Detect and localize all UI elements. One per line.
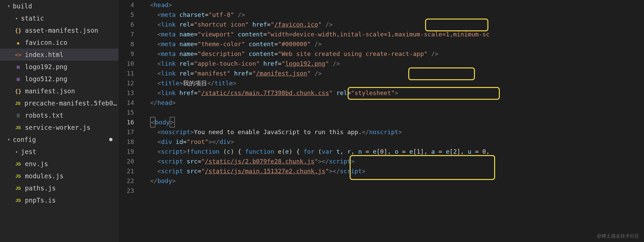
line-number: 22 bbox=[119, 176, 134, 186]
code-line[interactable] bbox=[143, 108, 644, 117]
js-icon: JS bbox=[14, 161, 22, 167]
code-line[interactable]: <meta name="theme-color" content="#00000… bbox=[143, 39, 644, 49]
file-robots.txt[interactable]: ≣robots.txt bbox=[0, 109, 119, 121]
file-env.js[interactable]: JSenv.js bbox=[0, 158, 119, 170]
code-editor[interactable]: 4567891011121314151617181920212223 <head… bbox=[119, 0, 644, 242]
line-number: 13 bbox=[119, 88, 134, 98]
folder-static[interactable]: ▸static bbox=[0, 12, 119, 24]
folder-config[interactable]: ▾config bbox=[0, 133, 119, 146]
tree-item-label: build bbox=[13, 2, 32, 10]
img-icon: ▧ bbox=[14, 64, 22, 69]
code-line[interactable]: <div id="root"></div> bbox=[143, 137, 644, 147]
folder-build[interactable]: ▾build bbox=[0, 0, 119, 12]
line-number: 11 bbox=[119, 68, 134, 78]
tree-item-label: favicon.ico bbox=[25, 39, 67, 46]
line-number: 17 bbox=[119, 127, 134, 137]
tree-item-label: logo512.png bbox=[25, 75, 67, 83]
star-icon: ★ bbox=[14, 39, 22, 46]
js-icon: JS bbox=[14, 186, 22, 191]
line-number: 15 bbox=[119, 108, 134, 117]
file-modules.js[interactable]: JSmodules.js bbox=[0, 170, 119, 182]
lines-icon: ≣ bbox=[14, 112, 22, 119]
code-line[interactable]: <noscript>You need to enable JavaScript … bbox=[143, 127, 644, 137]
js-icon: JS bbox=[14, 125, 22, 130]
line-number: 12 bbox=[119, 78, 134, 88]
tag-icon: <> bbox=[14, 52, 22, 58]
tree-item-label: pnpTs.is bbox=[25, 196, 56, 204]
code-line[interactable]: <link rel="shortcut icon" href="/favicon… bbox=[143, 20, 644, 29]
chevron-right-icon: ▸ bbox=[14, 16, 20, 21]
tree-item-label: env.js bbox=[25, 160, 48, 168]
img-icon: ▧ bbox=[14, 76, 22, 82]
file-service-worker.js[interactable]: JSservice-worker.js bbox=[0, 121, 119, 133]
line-number: 9 bbox=[119, 49, 134, 59]
js-icon: JS bbox=[14, 198, 22, 203]
tree-item-label: precache-manifest.5feb0... bbox=[25, 99, 119, 107]
tree-item-label: modules.js bbox=[25, 172, 63, 180]
tree-item-label: static bbox=[21, 14, 44, 22]
chevron-down-icon: ▾ bbox=[6, 4, 11, 8]
file-paths.js[interactable]: JSpaths.js bbox=[0, 182, 119, 194]
file-logo512.png[interactable]: ▧logo512.png bbox=[0, 73, 119, 85]
code-line[interactable]: <meta name="description" content="Web si… bbox=[143, 49, 644, 59]
modified-indicator-icon bbox=[109, 138, 112, 141]
tree-item-label: robots.txt bbox=[25, 112, 63, 119]
braces-icon: {} bbox=[14, 27, 22, 34]
file-asset-manifest.json[interactable]: {}asset-manifest.json bbox=[0, 24, 119, 36]
line-number: 14 bbox=[119, 98, 134, 108]
line-number: 19 bbox=[119, 147, 134, 156]
line-gutter: 4567891011121314151617181920212223 bbox=[119, 0, 143, 242]
tree-item-label: manifest.json bbox=[25, 87, 75, 95]
chevron-right-icon: ▸ bbox=[14, 149, 20, 154]
code-line[interactable]: </body> bbox=[143, 176, 644, 186]
tree-item-label: service-worker.js bbox=[25, 124, 90, 131]
code-line[interactable]: <meta name="viewport" content="width=dev… bbox=[143, 29, 644, 39]
code-line[interactable]: <link rel="manifest" href="/manifest.jso… bbox=[143, 68, 644, 78]
code-line[interactable]: <head> bbox=[143, 0, 644, 10]
file-index.html[interactable]: <>index.html bbox=[0, 49, 119, 61]
tree-item-label: paths.js bbox=[25, 184, 56, 192]
file-favicon.ico[interactable]: ★favicon.ico bbox=[0, 36, 119, 49]
code-line[interactable]: <body> bbox=[143, 117, 644, 127]
line-number: 16 bbox=[119, 117, 134, 127]
code-line[interactable]: <script>!function (c) { function e(e) { … bbox=[143, 147, 644, 156]
file-explorer[interactable]: ▾build▸static{}asset-manifest.json★favic… bbox=[0, 0, 119, 242]
code-area[interactable]: <head> <meta charset="utf-8" /> <link re… bbox=[143, 0, 644, 242]
folder-jest[interactable]: ▸jest bbox=[0, 146, 119, 158]
code-line[interactable]: <script src="/static/js/main.151327e2.ch… bbox=[143, 166, 644, 176]
line-number: 21 bbox=[119, 166, 134, 176]
tree-item-label: asset-manifest.json bbox=[25, 27, 98, 34]
chevron-down-icon: ▾ bbox=[6, 137, 11, 142]
tree-item-label: index.html bbox=[25, 51, 63, 58]
js-icon: JS bbox=[14, 101, 22, 106]
braces-icon: {} bbox=[14, 88, 22, 94]
tree-item-label: logo192.png bbox=[25, 63, 67, 70]
code-line[interactable] bbox=[143, 186, 644, 195]
code-line[interactable]: <link href="/static/css/main.7f7398bd.ch… bbox=[143, 88, 644, 98]
line-number: 7 bbox=[119, 29, 134, 39]
code-line[interactable]: <link rel="apple-touch-icon" href="logo1… bbox=[143, 59, 644, 68]
line-number: 8 bbox=[119, 39, 134, 49]
code-line[interactable]: <meta charset="utf-8" /> bbox=[143, 10, 644, 20]
file-precache-manifest.5feb0...[interactable]: JSprecache-manifest.5feb0... bbox=[0, 97, 119, 109]
code-line[interactable]: <script src="/static/js/2.b079fe28.chunk… bbox=[143, 156, 644, 166]
line-number: 20 bbox=[119, 156, 134, 166]
line-number: 23 bbox=[119, 186, 134, 195]
line-number: 4 bbox=[119, 0, 134, 10]
js-icon: JS bbox=[14, 174, 22, 179]
code-line[interactable]: <title>我的项目</title> bbox=[143, 78, 644, 88]
watermark: @稀土掘金技术社区 bbox=[597, 233, 639, 239]
file-logo192.png[interactable]: ▧logo192.png bbox=[0, 61, 119, 73]
line-number: 6 bbox=[119, 20, 134, 29]
line-number: 10 bbox=[119, 59, 134, 68]
line-number: 18 bbox=[119, 137, 134, 147]
tree-item-label: config bbox=[13, 136, 36, 143]
file-pnpTs.is[interactable]: JSpnpTs.is bbox=[0, 194, 119, 206]
tree-item-label: jest bbox=[21, 148, 36, 155]
line-number: 5 bbox=[119, 10, 134, 20]
file-manifest.json[interactable]: {}manifest.json bbox=[0, 85, 119, 97]
code-line[interactable]: </head> bbox=[143, 98, 644, 108]
